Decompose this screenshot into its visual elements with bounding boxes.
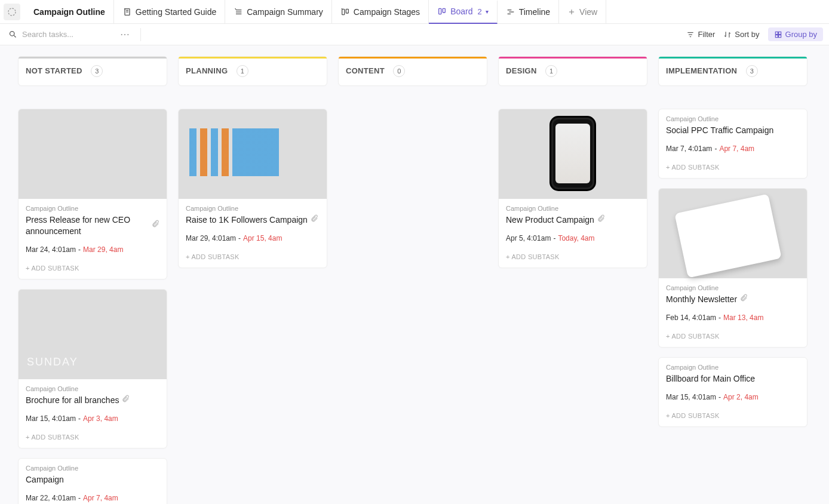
card-end-date: Mar 13, 4am (723, 314, 763, 322)
card-start-date: Feb 14, 4:01am (666, 314, 716, 322)
card-campaign[interactable]: Campaign Outline Campaign Mar 22, 4:01am… (18, 458, 167, 504)
column-color-bar (339, 57, 487, 59)
groupby-button[interactable]: Group by (768, 27, 823, 41)
tab-board-count: 2 (477, 7, 481, 16)
divider (140, 28, 141, 41)
card-title: Press Release for new CEO announcement (26, 214, 149, 237)
add-subtask-button[interactable]: + ADD SUBTASK (659, 158, 807, 178)
add-subtask-button[interactable]: + ADD SUBTASK (659, 406, 807, 426)
card-start-date: Mar 22, 4:01am (26, 494, 76, 502)
loading-circle-icon (7, 7, 17, 17)
column-not-started: NOT STARTED 3 Campaign Outline Press Rel… (18, 56, 167, 504)
card-list: Campaign Outline Raise to 1K Followers C… (178, 109, 327, 268)
svg-line-17 (14, 35, 16, 37)
attachment-icon (151, 220, 159, 231)
sort-label: Sort by (735, 30, 759, 39)
column-header[interactable]: CONTENT 0 (338, 56, 487, 86)
card-billboard[interactable]: Campaign Outline Billboard for Main Offi… (658, 357, 807, 427)
card-project: Campaign Outline (666, 284, 800, 291)
card-project: Campaign Outline (26, 385, 159, 392)
card-title: Social PPC Traffic Campaign (666, 125, 773, 136)
doc-pin-icon (122, 7, 132, 17)
card-raise-followers[interactable]: Campaign Outline Raise to 1K Followers C… (178, 109, 327, 268)
tabs-bar: Campaign Outline Getting Started Guide C… (0, 0, 829, 24)
card-press-release[interactable]: Campaign Outline Press Release for new C… (18, 109, 167, 279)
group-icon (774, 30, 782, 39)
card-title: Monthly Newsletter (666, 294, 737, 305)
card-project: Campaign Outline (26, 205, 159, 212)
card-list: Campaign Outline Press Release for new C… (18, 109, 167, 504)
tab-board[interactable]: Board 2 ▾ (429, 1, 498, 24)
card-brochure[interactable]: Campaign Outline Brochure for all branch… (18, 289, 167, 448)
card-project: Campaign Outline (26, 465, 159, 472)
svg-rect-23 (775, 35, 778, 37)
column-planning: PLANNING 1 Campaign Outline Raise to 1K … (178, 56, 327, 268)
card-project: Campaign Outline (666, 364, 800, 371)
board-area: NOT STARTED 3 Campaign Outline Press Rel… (0, 45, 829, 504)
card-end-date: Apr 15, 4am (243, 234, 282, 242)
card-title: Billboard for Main Office (666, 373, 755, 385)
card-title: New Product Campaign (506, 214, 594, 226)
tab-timeline[interactable]: Timeline (498, 0, 559, 23)
svg-rect-24 (778, 35, 781, 37)
add-subtask-button[interactable]: + ADD SUBTASK (179, 247, 327, 268)
tab-getting-started[interactable]: Getting Started Guide (114, 0, 225, 23)
svg-point-16 (10, 32, 15, 36)
column-header[interactable]: IMPLEMENTATION 3 (658, 56, 807, 86)
column-count: 3 (91, 65, 103, 77)
column-count: 3 (746, 65, 758, 77)
add-subtask-button[interactable]: + ADD SUBTASK (19, 428, 167, 448)
column-color-bar (659, 57, 807, 59)
card-monthly-newsletter[interactable]: Campaign Outline Monthly Newsletter Feb … (658, 188, 807, 348)
filter-icon (686, 30, 695, 39)
card-end-date: Today, 4am (558, 234, 594, 242)
filter-label: Filter (698, 30, 715, 39)
more-menu[interactable]: ⋯ (120, 29, 130, 40)
card-start-date: Mar 29, 4:01am (186, 234, 236, 242)
tab-label: Campaign Summary (247, 7, 323, 17)
svg-rect-22 (778, 32, 781, 34)
tab-campaign-stages[interactable]: Campaign Stages (332, 0, 429, 23)
tab-project-title[interactable]: Campaign Outline (25, 0, 114, 23)
card-list: Campaign Outline Social PPC Traffic Camp… (658, 109, 807, 427)
column-implementation: IMPLEMENTATION 3 Campaign Outline Social… (658, 56, 807, 427)
tab-label: View (579, 7, 597, 17)
search-wrap (8, 30, 106, 39)
attachment-icon (121, 395, 130, 406)
card-social-ppc[interactable]: Campaign Outline Social PPC Traffic Camp… (658, 109, 807, 179)
tab-campaign-summary[interactable]: Campaign Summary (225, 0, 332, 23)
card-project: Campaign Outline (506, 205, 640, 212)
svg-rect-21 (775, 32, 778, 34)
card-end-date: Mar 29, 4am (83, 245, 123, 254)
search-input[interactable] (22, 30, 106, 39)
card-project: Campaign Outline (186, 205, 320, 212)
filter-button[interactable]: Filter (686, 30, 715, 39)
attachment-icon (310, 214, 318, 226)
column-header[interactable]: PLANNING 1 (178, 56, 327, 86)
list-pin-icon (234, 7, 243, 17)
sort-button[interactable]: Sort by (723, 30, 759, 39)
card-start-date: Mar 15, 4:01am (666, 393, 716, 401)
card-thumbnail (499, 109, 647, 199)
add-subtask-button[interactable]: + ADD SUBTASK (19, 259, 167, 279)
column-title: DESIGN (506, 66, 537, 75)
card-new-product[interactable]: Campaign Outline New Product Campaign Ap… (498, 109, 647, 268)
svg-rect-10 (443, 8, 445, 13)
add-subtask-button[interactable]: + ADD SUBTASK (499, 247, 647, 268)
card-start-date: Mar 7, 4:01am (666, 145, 712, 153)
plus-icon (567, 8, 576, 16)
card-thumbnail (659, 189, 807, 278)
caret-down-icon: ▾ (486, 8, 489, 15)
column-count: 1 (237, 65, 248, 77)
timeline-icon (506, 7, 515, 17)
card-end-date: Apr 7, 4am (83, 494, 118, 502)
board-icon (437, 7, 447, 16)
column-header[interactable]: NOT STARTED 3 (18, 56, 167, 86)
add-subtask-button[interactable]: + ADD SUBTASK (659, 327, 807, 347)
column-header[interactable]: DESIGN 1 (498, 56, 647, 86)
tab-add-view[interactable]: View (559, 0, 606, 23)
tab-project-label: Campaign Outline (33, 7, 105, 17)
column-count: 1 (545, 65, 557, 77)
svg-rect-9 (439, 8, 441, 14)
card-end-date: Apr 7, 4am (719, 145, 754, 153)
